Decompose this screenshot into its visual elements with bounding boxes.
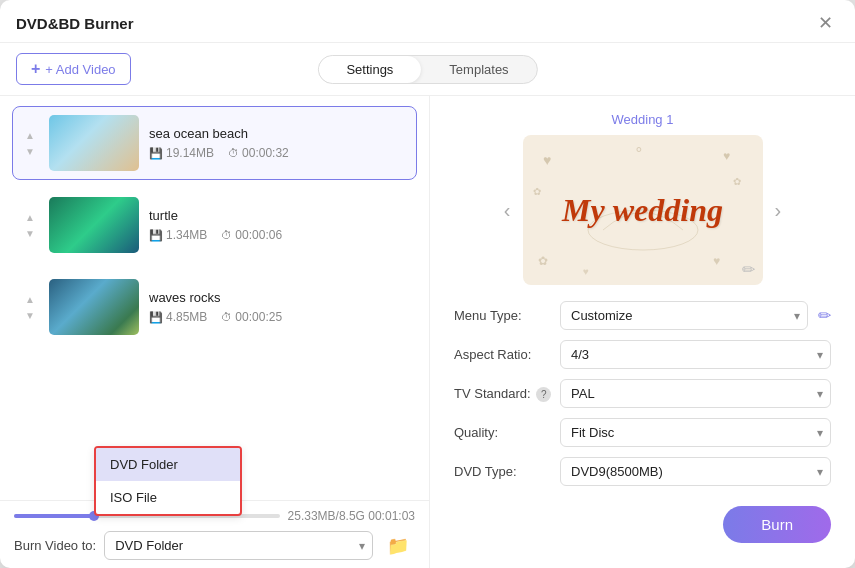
sort-down-arrow-1[interactable]: ▼ xyxy=(23,144,37,158)
video-item-1[interactable]: ▲ ▼ sea ocean beach 💾 19.14MB ⏱ xyxy=(12,106,417,180)
burn-select-wrapper: DVD Folder ISO File DVD Disc ▾ xyxy=(104,531,373,560)
sort-arrows-2: ▲ ▼ xyxy=(23,210,37,240)
quality-select-wrapper: Fit Disc High Medium Low ▾ xyxy=(560,418,831,447)
video-meta-3: 💾 4.85MB ⏱ 00:00:25 xyxy=(149,310,406,324)
video-list: ▲ ▼ sea ocean beach 💾 19.14MB ⏱ xyxy=(0,96,429,500)
tv-standard-select[interactable]: PAL NTSC xyxy=(560,379,831,408)
settings-row-menu-type: Menu Type: Customize None Classic ▾ ✏ xyxy=(454,301,831,330)
tv-standard-label: TV Standard: ? xyxy=(454,386,554,402)
close-button[interactable]: ✕ xyxy=(812,12,839,34)
clock-icon-3: ⏱ xyxy=(221,311,232,323)
sort-down-arrow-3[interactable]: ▼ xyxy=(23,308,37,322)
burn-video-to-label: Burn Video to: xyxy=(14,538,96,553)
plus-icon: + xyxy=(31,60,40,78)
svg-text:♥: ♥ xyxy=(543,152,551,168)
dropdown-item-dvd-folder[interactable]: DVD Folder xyxy=(96,448,240,481)
clock-icon-2: ⏱ xyxy=(221,229,232,241)
clock-icon-1: ⏱ xyxy=(228,147,239,159)
right-panel: Wedding 1 ‹ ♥ ♥ ✿ ✿ ♥ ✿ ⚬ ♥ xyxy=(430,96,855,568)
video-item-3[interactable]: ▲ ▼ waves rocks 💾 4.85MB ⏱ xyxy=(12,270,417,344)
video-name-1: sea ocean beach xyxy=(149,126,406,141)
aspect-ratio-select[interactable]: 4/3 16/9 xyxy=(560,340,831,369)
sort-up-arrow-1[interactable]: ▲ xyxy=(23,128,37,142)
svg-text:♥: ♥ xyxy=(713,254,720,268)
svg-text:✿: ✿ xyxy=(533,186,541,197)
menu-type-label: Menu Type: xyxy=(454,308,554,323)
meta-duration-2: ⏱ 00:00:06 xyxy=(221,228,282,242)
video-info-3: waves rocks 💾 4.85MB ⏱ 00:00:25 xyxy=(149,290,406,324)
quality-label: Quality: xyxy=(454,425,554,440)
dvd-type-select[interactable]: DVD9(8500MB) DVD5(4700MB) xyxy=(560,457,831,486)
dvd-type-label: DVD Type: xyxy=(454,464,554,479)
left-panel: ▲ ▼ sea ocean beach 💾 19.14MB ⏱ xyxy=(0,96,430,568)
video-item-2[interactable]: ▲ ▼ turtle 💾 1.34MB ⏱ xyxy=(12,188,417,262)
video-duration-3: 00:00:25 xyxy=(235,310,282,324)
video-size-3: 4.85MB xyxy=(166,310,207,324)
tab-templates[interactable]: Templates xyxy=(421,56,536,83)
tv-standard-select-wrapper: PAL NTSC ▾ xyxy=(560,379,831,408)
sort-up-arrow-2[interactable]: ▲ xyxy=(23,210,37,224)
video-meta-2: 💾 1.34MB ⏱ 00:00:06 xyxy=(149,228,406,242)
menu-type-select[interactable]: Customize None Classic xyxy=(560,301,808,330)
title-bar: DVD&BD Burner ✕ xyxy=(0,0,855,43)
video-size-2: 1.34MB xyxy=(166,228,207,242)
settings-row-quality: Quality: Fit Disc High Medium Low ▾ xyxy=(454,418,831,447)
burn-row: Burn Video to: DVD Folder ISO File DVD D… xyxy=(14,531,415,560)
video-duration-1: 00:00:32 xyxy=(242,146,289,160)
video-info-1: sea ocean beach 💾 19.14MB ⏱ 00:00:32 xyxy=(149,126,406,160)
tv-standard-help-icon[interactable]: ? xyxy=(536,387,551,402)
burn-to-select[interactable]: DVD Folder ISO File DVD Disc xyxy=(104,531,373,560)
thumbnail-turtle xyxy=(49,197,139,253)
svg-text:⚬: ⚬ xyxy=(633,142,645,158)
video-meta-1: 💾 19.14MB ⏱ 00:00:32 xyxy=(149,146,406,160)
disk-icon-2: 💾 xyxy=(149,229,163,242)
add-video-label: + Add Video xyxy=(45,62,115,77)
meta-size-3: 💾 4.85MB xyxy=(149,310,207,324)
preview-prev-button[interactable]: ‹ xyxy=(500,195,515,226)
bottom-bar: DVD Folder ISO File 25.33MB/8.5G 00:01:0… xyxy=(0,500,429,568)
template-name: Wedding 1 xyxy=(454,112,831,127)
svg-text:♥: ♥ xyxy=(583,266,589,277)
progress-fill xyxy=(14,514,94,518)
add-video-button[interactable]: + + Add Video xyxy=(16,53,131,85)
meta-size-2: 💾 1.34MB xyxy=(149,228,207,242)
meta-size-1: 💾 19.14MB xyxy=(149,146,214,160)
video-info-2: turtle 💾 1.34MB ⏱ 00:00:06 xyxy=(149,208,406,242)
burn-to-dropdown[interactable]: DVD Folder ISO File xyxy=(94,446,242,516)
preview-card: ♥ ♥ ✿ ✿ ♥ ✿ ⚬ ♥ My wedding ✏ xyxy=(523,135,763,285)
svg-text:✿: ✿ xyxy=(538,254,548,268)
video-name-2: turtle xyxy=(149,208,406,223)
thumbnail-sea xyxy=(49,115,139,171)
sort-down-arrow-2[interactable]: ▼ xyxy=(23,226,37,240)
burn-action-row: Burn xyxy=(454,506,831,543)
edit-overlay-icon[interactable]: ✏ xyxy=(742,260,755,279)
main-window: DVD&BD Burner ✕ + + Add Video Settings T… xyxy=(0,0,855,568)
thumbnail-waves xyxy=(49,279,139,335)
settings-row-dvd-type: DVD Type: DVD9(8500MB) DVD5(4700MB) ▾ xyxy=(454,457,831,486)
menu-type-select-wrapper: Customize None Classic ▾ xyxy=(560,301,808,330)
settings-row-aspect-ratio: Aspect Ratio: 4/3 16/9 ▾ xyxy=(454,340,831,369)
main-content: ▲ ▼ sea ocean beach 💾 19.14MB ⏱ xyxy=(0,96,855,568)
svg-text:✿: ✿ xyxy=(733,176,741,187)
browse-folder-button[interactable]: 📁 xyxy=(381,533,415,559)
sort-arrows-3: ▲ ▼ xyxy=(23,292,37,322)
toolbar: + + Add Video Settings Templates xyxy=(0,43,855,96)
preview-next-button[interactable]: › xyxy=(771,195,786,226)
aspect-ratio-label: Aspect Ratio: xyxy=(454,347,554,362)
meta-duration-3: ⏱ 00:00:25 xyxy=(221,310,282,324)
video-duration-2: 00:00:06 xyxy=(235,228,282,242)
quality-select[interactable]: Fit Disc High Medium Low xyxy=(560,418,831,447)
dvd-type-select-wrapper: DVD9(8500MB) DVD5(4700MB) ▾ xyxy=(560,457,831,486)
video-size-1: 19.14MB xyxy=(166,146,214,160)
tab-group: Settings Templates xyxy=(317,55,537,84)
aspect-ratio-select-wrapper: 4/3 16/9 ▾ xyxy=(560,340,831,369)
tab-settings[interactable]: Settings xyxy=(318,56,421,83)
svg-text:♥: ♥ xyxy=(723,149,730,163)
sort-up-arrow-3[interactable]: ▲ xyxy=(23,292,37,306)
progress-info: 25.33MB/8.5G 00:01:03 xyxy=(288,509,415,523)
dropdown-item-iso-file[interactable]: ISO File xyxy=(96,481,240,514)
settings-row-tv-standard: TV Standard: ? PAL NTSC ▾ xyxy=(454,379,831,408)
meta-duration-1: ⏱ 00:00:32 xyxy=(228,146,289,160)
burn-button[interactable]: Burn xyxy=(723,506,831,543)
menu-type-edit-icon[interactable]: ✏ xyxy=(818,306,831,325)
